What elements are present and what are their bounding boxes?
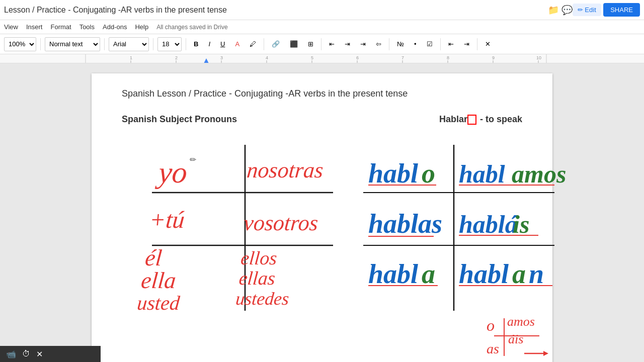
table-button[interactable]: ⊞ (304, 37, 317, 51)
svg-text:5: 5 (311, 55, 313, 60)
svg-text:amos: amos (512, 160, 566, 188)
link-button[interactable]: 🔗 (268, 37, 283, 51)
svg-text:3: 3 (220, 55, 223, 60)
zoom-select[interactable]: 100% (4, 37, 36, 51)
autosave-status: All changes saved in Drive (156, 24, 227, 31)
svg-text:habl: habl (459, 160, 505, 188)
svg-text:o: o (487, 316, 495, 334)
hablar-heading: Hablar - to speak (439, 114, 522, 125)
divider (40, 38, 41, 50)
svg-text:6: 6 (356, 55, 359, 60)
menu-addons[interactable]: Add-ons (103, 23, 127, 31)
svg-text:+tú: +tú (148, 206, 186, 233)
svg-text:1: 1 (130, 55, 132, 60)
svg-text:hablá: hablá (459, 210, 518, 238)
menu-tools[interactable]: Tools (79, 23, 95, 31)
decrease-indent-button[interactable]: ⇤ (445, 37, 457, 51)
document-page[interactable]: Spanish Lesson / Practice - Conjugating … (92, 73, 552, 362)
divider (321, 38, 321, 50)
divider (186, 38, 186, 50)
svg-text:vosotros: vosotros (243, 211, 319, 235)
svg-text:10: 10 (536, 55, 541, 60)
svg-marker-66 (543, 351, 548, 356)
svg-text:is: is (513, 210, 529, 238)
svg-text:n: n (529, 259, 544, 289)
divider (153, 38, 153, 50)
svg-text:áis: áis (508, 332, 523, 346)
align-right-button[interactable]: ⇥ (357, 37, 369, 51)
italic-button[interactable]: I (205, 37, 214, 51)
increase-indent-button[interactable]: ⇥ (460, 37, 473, 51)
close-icon[interactable]: ✕ (36, 349, 43, 359)
toolbar: 100% Normal text Arial 18 B I U A 🖊 🔗 ⬛ … (0, 34, 644, 54)
font-select[interactable]: Arial (109, 37, 149, 51)
svg-text:hablas: hablas (368, 209, 442, 239)
svg-text:él: él (144, 245, 163, 270)
page-title: Spanish Lesson / Practice - Conjugating … (122, 88, 522, 99)
document-title: Lesson / Practice - Conjugating -AR verb… (4, 6, 548, 15)
menu-help[interactable]: Help (135, 23, 148, 31)
svg-text:ustedes: ustedes (235, 289, 290, 309)
svg-text:habl: habl (459, 259, 509, 289)
clear-format-button[interactable]: ✕ (481, 37, 494, 51)
svg-text:habl: habl (368, 259, 418, 289)
svg-text:nosotras: nosotras (246, 158, 325, 183)
align-left-button[interactable]: ⇤ (326, 37, 338, 51)
align-justify-button[interactable]: ⇦ (372, 37, 385, 51)
menu-bar: View Insert Format Tools Add-ons Help Al… (0, 20, 644, 34)
title-bar: Lesson / Practice - Conjugating -AR verb… (0, 0, 644, 20)
bold-button[interactable]: B (190, 37, 202, 51)
edit-button[interactable]: ✏ Edit (573, 4, 601, 16)
pronouns-heading: Spanish Subject Pronouns (122, 114, 237, 125)
divider (389, 38, 389, 50)
svg-text:usted: usted (136, 292, 181, 314)
svg-text:a: a (422, 259, 435, 289)
align-center-button[interactable]: ⇥ (341, 37, 354, 51)
svg-text:o: o (422, 158, 435, 189)
svg-text:yo: yo (154, 155, 189, 189)
bullet-list-button[interactable]: • (411, 37, 420, 51)
font-size-select[interactable]: 18 (157, 37, 182, 51)
comment-icon[interactable]: 💬 (561, 5, 573, 16)
divider (104, 38, 105, 50)
svg-text:ellas: ellas (238, 267, 276, 289)
text-color-button[interactable]: A (231, 37, 243, 51)
svg-text:✏: ✏ (190, 155, 197, 164)
svg-rect-0 (0, 54, 644, 63)
svg-text:ellos: ellos (240, 247, 278, 268)
numbered-list-button[interactable]: № (393, 37, 408, 51)
ruler: 1 2 3 4 5 6 7 8 9 10 (0, 54, 644, 63)
svg-text:7: 7 (401, 55, 404, 60)
video-icon[interactable]: 📹 (6, 349, 16, 359)
svg-text:2: 2 (175, 55, 178, 60)
menu-view[interactable]: View (4, 23, 18, 31)
divider (264, 38, 264, 50)
svg-text:8: 8 (447, 55, 449, 60)
checklist-button[interactable]: ☑ (423, 37, 436, 51)
underline-button[interactable]: U (217, 37, 228, 51)
svg-text:9: 9 (492, 55, 495, 60)
handwritten-content: yo nosotras +tú vosotros él ella usted e… (122, 135, 522, 362)
hablar-box (467, 115, 476, 125)
divider (477, 38, 477, 50)
share-button[interactable]: SHARE (603, 3, 640, 17)
svg-text:habl: habl (368, 158, 418, 189)
svg-text:amos: amos (507, 314, 535, 329)
svg-text:a: a (512, 259, 526, 289)
document-area: Spanish Lesson / Practice - Conjugating … (0, 63, 644, 362)
svg-text:4: 4 (266, 55, 268, 60)
menu-format[interactable]: Format (50, 23, 71, 31)
hablar-text: Hablar (439, 114, 467, 124)
svg-text:as: as (487, 341, 499, 356)
bottom-bar: 📹 ⏱ ✕ (0, 346, 101, 362)
highlight-button[interactable]: 🖊 (246, 37, 260, 51)
divider (440, 38, 441, 50)
clock-icon[interactable]: ⏱ (22, 349, 30, 358)
image-button[interactable]: ⬛ (286, 37, 301, 51)
section-headers: Spanish Subject Pronouns Hablar - to spe… (122, 114, 522, 125)
menu-insert[interactable]: Insert (26, 23, 43, 31)
style-select[interactable]: Normal text (45, 37, 100, 51)
svg-text:ella: ella (140, 267, 177, 293)
folder-icon[interactable]: 📁 (548, 5, 559, 16)
